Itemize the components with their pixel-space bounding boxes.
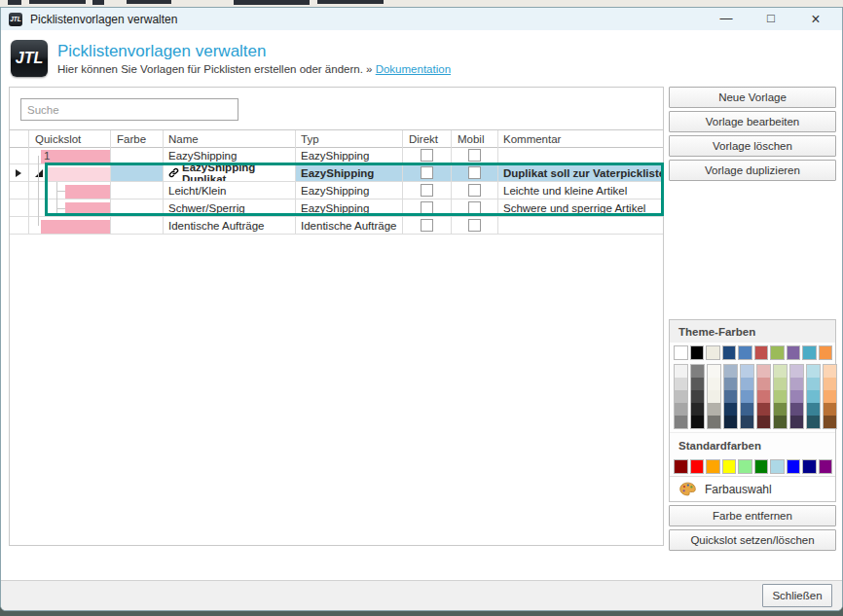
column-header-typ[interactable]: Typ	[296, 130, 403, 148]
grid-row[interactable]: 1 EazyShipping EazyShipping	[10, 147, 663, 164]
shade-swatch[interactable]	[790, 365, 803, 378]
standard-color-swatch[interactable]	[770, 459, 785, 474]
mobil-checkbox[interactable]	[468, 219, 481, 232]
farbauswahl-item[interactable]: Farbauswahl	[670, 476, 835, 501]
shade-swatch[interactable]	[708, 416, 720, 428]
search-input[interactable]	[20, 98, 238, 121]
shade-swatch[interactable]	[807, 365, 820, 378]
row-selector-cell[interactable]	[10, 182, 29, 199]
direkt-checkbox[interactable]	[421, 149, 433, 162]
shade-swatch[interactable]	[675, 365, 687, 378]
grid-row[interactable]: Identische Aufträge Identische Aufträge	[10, 217, 663, 235]
shade-swatch[interactable]	[741, 390, 753, 403]
shade-swatch[interactable]	[691, 378, 704, 390]
shade-swatch[interactable]	[774, 390, 787, 403]
standard-color-swatch[interactable]	[787, 459, 801, 474]
column-header-kommentar[interactable]: Kommentar	[498, 130, 663, 148]
standard-color-swatch[interactable]	[706, 459, 720, 474]
shade-swatch[interactable]	[724, 365, 737, 378]
shade-swatch[interactable]	[807, 378, 820, 390]
row-selector-cell[interactable]	[10, 147, 29, 164]
vorlage-duplizieren-button[interactable]: Vorlage duplizieren	[669, 160, 836, 181]
direkt-checkbox[interactable]	[421, 201, 433, 214]
theme-color-swatch[interactable]	[722, 345, 737, 360]
shade-swatch[interactable]	[741, 378, 753, 390]
shade-swatch[interactable]	[807, 390, 820, 403]
shade-swatch[interactable]	[691, 365, 704, 378]
row-selector-cell[interactable]	[10, 217, 29, 235]
shade-swatch[interactable]	[790, 390, 803, 403]
column-header-farbe[interactable]: Farbe	[111, 130, 164, 148]
standard-color-swatch[interactable]	[674, 459, 688, 474]
theme-color-swatch[interactable]	[787, 345, 801, 360]
shade-swatch[interactable]	[757, 378, 770, 390]
mobil-checkbox[interactable]	[468, 184, 481, 197]
theme-color-swatch[interactable]	[770, 345, 785, 360]
shade-swatch[interactable]	[708, 403, 720, 416]
shade-swatch[interactable]	[824, 416, 836, 428]
shade-swatch[interactable]	[724, 378, 737, 390]
shade-swatch[interactable]	[774, 416, 787, 428]
neue-vorlage-button[interactable]: Neue Vorlage	[669, 87, 836, 108]
shade-swatch[interactable]	[724, 403, 737, 416]
shade-swatch[interactable]	[691, 416, 704, 428]
row-selector-cell[interactable]	[10, 199, 29, 217]
theme-color-swatch[interactable]	[706, 345, 720, 360]
grid-row[interactable]: Schwer/Sperrig EazyShipping Schwere und …	[10, 199, 663, 217]
farbe-entfernen-button[interactable]: Farbe entfernen	[669, 505, 836, 526]
mobil-checkbox[interactable]	[468, 201, 481, 214]
shade-swatch[interactable]	[774, 403, 787, 416]
column-header-quickslot[interactable]: Quickslot	[29, 130, 111, 148]
shade-swatch[interactable]	[774, 378, 787, 390]
vorlage-bearbeiten-button[interactable]: Vorlage bearbeiten	[669, 111, 836, 132]
theme-color-swatch[interactable]	[738, 345, 752, 360]
shade-swatch[interactable]	[757, 390, 770, 403]
direkt-checkbox[interactable]	[421, 219, 433, 232]
titlebar[interactable]: JTL Picklistenvorlagen verwalten — □ ×	[1, 8, 842, 30]
shade-swatch[interactable]	[724, 416, 737, 428]
shade-swatch[interactable]	[708, 365, 720, 378]
column-header-mobil[interactable]: Mobil	[452, 130, 498, 148]
standard-color-swatch[interactable]	[802, 459, 817, 474]
shade-swatch[interactable]	[824, 390, 836, 403]
shade-swatch[interactable]	[741, 403, 753, 416]
shade-swatch[interactable]	[790, 416, 803, 428]
shade-swatch[interactable]	[807, 403, 820, 416]
minimize-icon[interactable]: —	[712, 11, 741, 28]
mobil-checkbox[interactable]	[468, 149, 481, 162]
shade-swatch[interactable]	[774, 365, 787, 378]
standard-color-swatch[interactable]	[819, 459, 833, 474]
shade-swatch[interactable]	[824, 403, 836, 416]
shade-swatch[interactable]	[675, 390, 687, 403]
column-header-name[interactable]: Name	[164, 130, 296, 148]
theme-color-swatch[interactable]	[674, 345, 688, 360]
shade-swatch[interactable]	[741, 416, 753, 428]
expand-node-icon[interactable]	[35, 169, 43, 177]
close-icon[interactable]: ×	[801, 11, 830, 28]
standard-color-swatch[interactable]	[738, 459, 752, 474]
shade-swatch[interactable]	[807, 416, 820, 428]
mobil-checkbox[interactable]	[468, 166, 481, 179]
theme-color-swatch[interactable]	[754, 345, 769, 360]
shade-swatch[interactable]	[675, 378, 687, 390]
row-selector-cell[interactable]	[10, 164, 29, 182]
shade-swatch[interactable]	[708, 390, 720, 403]
theme-color-swatch[interactable]	[690, 345, 705, 360]
shade-swatch[interactable]	[824, 365, 836, 378]
theme-color-swatch[interactable]	[802, 345, 817, 360]
shade-swatch[interactable]	[741, 365, 753, 378]
shade-swatch[interactable]	[708, 378, 720, 390]
direkt-checkbox[interactable]	[421, 184, 433, 197]
shade-swatch[interactable]	[757, 403, 770, 416]
standard-color-swatch[interactable]	[722, 459, 737, 474]
theme-color-swatch[interactable]	[819, 345, 833, 360]
vorlage-loeschen-button[interactable]: Vorlage löschen	[669, 135, 836, 157]
shade-swatch[interactable]	[790, 403, 803, 416]
standard-color-swatch[interactable]	[690, 459, 705, 474]
shade-swatch[interactable]	[757, 416, 770, 428]
schliessen-button[interactable]: Schließen	[762, 584, 832, 607]
shade-swatch[interactable]	[675, 416, 687, 428]
shade-swatch[interactable]	[691, 403, 704, 416]
shade-swatch[interactable]	[675, 403, 687, 416]
shade-swatch[interactable]	[757, 365, 770, 378]
